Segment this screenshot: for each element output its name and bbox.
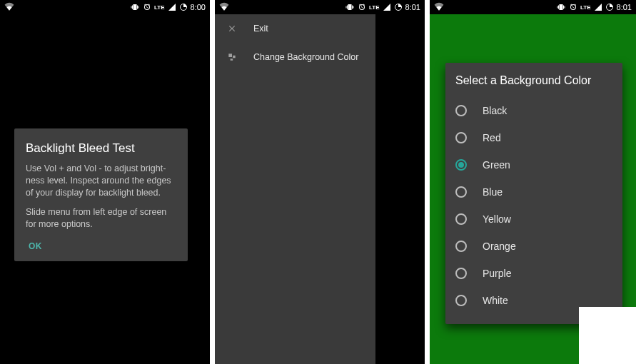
screen-2: LTE 8:01 Exit Change Background Color (215, 0, 425, 364)
color-option-label: Blue (483, 186, 503, 198)
lte-icon: LTE (154, 4, 165, 11)
wifi-icon (219, 2, 229, 11)
radio-icon (455, 186, 467, 198)
screen-1: LTE 8:00 Backlight Bleed Test Use Vol + … (0, 0, 210, 364)
dialog-title: Select a Background Color (455, 74, 612, 87)
menu-item-change-bg[interactable]: Change Background Color (215, 43, 375, 71)
color-option-label: Red (483, 132, 501, 143)
lte-icon: LTE (580, 4, 591, 11)
status-time: 8:00 (191, 3, 206, 11)
color-option[interactable]: Red (455, 124, 612, 151)
radio-icon (455, 159, 467, 171)
color-option[interactable]: Yellow (455, 206, 612, 233)
signal-icon (594, 3, 602, 11)
dialog-backlight-bleed: Backlight Bleed Test Use Vol + and Vol -… (14, 128, 188, 261)
color-option-label: Black (483, 105, 507, 116)
color-option-label: Green (483, 159, 510, 171)
menu-item-label: Exit (253, 24, 268, 34)
wifi-icon (434, 2, 444, 11)
palette-icon (226, 51, 238, 63)
radio-icon (455, 105, 467, 116)
lte-icon: LTE (369, 4, 380, 11)
color-options-list: BlackRedGreenBlueYellowOrangePurpleWhite (455, 97, 612, 314)
alarm-icon (143, 3, 151, 11)
color-option-label: Orange (483, 241, 516, 252)
vibrate-icon (345, 3, 355, 11)
color-option[interactable]: Blue (455, 178, 612, 206)
status-time: 8:01 (617, 3, 632, 11)
navigation-drawer: Exit Change Background Color (215, 14, 375, 364)
close-icon (226, 23, 238, 34)
color-option-label: Purple (483, 268, 511, 279)
dialog-body-line2: Slide menu from left edge of screen for … (26, 206, 176, 231)
color-option[interactable]: Green (455, 151, 612, 178)
status-bar: LTE 8:01 (430, 0, 636, 14)
alarm-icon (358, 3, 366, 11)
vibrate-icon (130, 3, 140, 11)
color-option[interactable]: Black (455, 97, 612, 124)
color-option[interactable]: Purple (455, 260, 612, 287)
menu-item-label: Change Background Color (253, 52, 358, 62)
battery-icon (179, 3, 188, 11)
battery-icon (394, 3, 403, 11)
signal-icon (383, 3, 391, 11)
wifi-icon (4, 2, 14, 11)
overlay-white-corner (579, 307, 636, 364)
signal-icon (168, 3, 176, 11)
color-option-label: White (483, 295, 508, 306)
status-time: 8:01 (405, 3, 420, 11)
dialog-body: Use Vol + and Vol - to adjust bright­nes… (26, 163, 176, 230)
radio-icon (455, 213, 467, 225)
radio-icon (455, 241, 467, 252)
ok-button[interactable]: OK (26, 237, 45, 253)
dialog-title: Backlight Bleed Test (26, 141, 176, 156)
status-bar: LTE 8:00 (0, 0, 210, 14)
radio-icon (455, 295, 467, 306)
vibrate-icon (556, 3, 566, 11)
dialog-select-color: Select a Background Color BlackRedGreenB… (445, 63, 622, 324)
color-option[interactable]: Orange (455, 233, 612, 260)
dialog-body-line1: Use Vol + and Vol - to adjust bright­nes… (26, 163, 176, 199)
battery-icon (605, 3, 614, 11)
status-bar: LTE 8:01 (215, 0, 425, 14)
menu-item-exit[interactable]: Exit (215, 14, 375, 43)
radio-icon (455, 268, 467, 279)
alarm-icon (569, 3, 577, 11)
radio-icon (455, 132, 467, 143)
color-option-label: Yellow (483, 213, 511, 225)
